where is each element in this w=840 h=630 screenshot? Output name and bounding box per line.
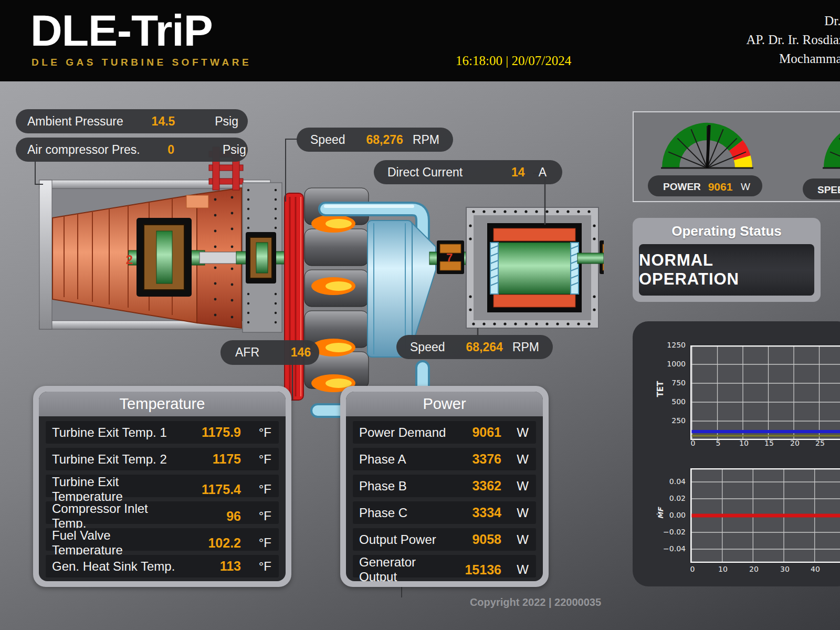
credit-line: AP. Dr. Ir. Rosdiazl — [747, 30, 840, 49]
credit-line: Mochammad — [747, 49, 840, 68]
gauge-label: POWER — [663, 181, 701, 192]
app-logo-subtitle: DLE GAS TURBINE SOFTWARE — [32, 57, 251, 68]
row-label: Phase B — [359, 479, 449, 494]
row-value: 15136 — [449, 562, 501, 578]
sensor-unit: Psig — [202, 143, 246, 157]
x-tick: 15 — [758, 439, 781, 447]
row-unit: °F — [241, 559, 271, 574]
row-value: 3362 — [449, 478, 501, 494]
connector-line — [285, 139, 286, 202]
gauge-label: SPEED — [817, 184, 840, 195]
gauge-unit: W — [741, 181, 750, 192]
x-tick: 10 — [711, 565, 734, 573]
table-row: Fuel Valve Temperature 102.2 °F — [46, 528, 279, 551]
table-row: Compressor Inlet Temp. 96 °F — [46, 501, 279, 524]
direct-current-readout: Direct Current 14 A — [374, 160, 562, 184]
row-unit: W — [501, 479, 529, 494]
row-unit: °F — [241, 425, 271, 440]
row-label: Output Power — [359, 532, 449, 547]
connector-line — [285, 139, 298, 140]
tet-plot — [690, 345, 840, 440]
row-label: Compressor Inlet Temp. — [52, 501, 183, 531]
panel-title: Operating Status — [633, 223, 821, 239]
row-unit: °F — [241, 536, 271, 550]
row-label: Power Demand — [359, 425, 449, 440]
x-tick: 40 — [804, 565, 827, 573]
app-logo: DLE-TriP — [30, 5, 213, 56]
row-label: Generator Output — [359, 555, 449, 581]
sensor-unit: RPM — [512, 340, 539, 354]
ambient-pressure-readout: Ambient Pressure 14.5 Psig — [16, 109, 248, 133]
row-unit: °F — [241, 452, 271, 467]
connector-line — [35, 184, 43, 185]
speed-gauge: SPEED — [803, 126, 840, 200]
sensor-value: 68,276 — [366, 133, 403, 147]
y-tick: 750 — [656, 379, 686, 387]
sensor-label: Direct Current — [387, 165, 498, 180]
row-unit: W — [501, 425, 529, 440]
status-box: NORMAL OPERATION — [639, 244, 814, 296]
row-value: 1175 — [183, 452, 241, 467]
y-tick: 1250 — [656, 341, 686, 349]
table-row: Turbine Exit Temperature 1175.4 °F — [46, 475, 279, 497]
air-compressor-pressure-readout: Air compressor Pres. 0 Psig — [16, 138, 248, 162]
row-label: Turbine Exit Temp. 2 — [52, 452, 183, 467]
table-row: Turbine Exit Temp. 1 1175.9 °F — [46, 421, 279, 444]
sensor-label: Ambient Pressure — [27, 114, 132, 129]
y-tick: 500 — [656, 397, 686, 406]
generator: 7 8 — [429, 207, 604, 328]
y-tick: 0.04 — [656, 477, 686, 486]
table-row: Output Power 9058 W — [353, 528, 536, 551]
credit-line: Dr. I — [747, 12, 840, 30]
x-tick: 10 — [732, 439, 755, 447]
sensor-label: Speed — [410, 340, 457, 354]
sensor-label: Speed — [310, 133, 357, 147]
row-unit: °F — [241, 509, 271, 523]
power-panel: Power Power Demand 9061 W Phase A 3376 W… — [340, 386, 549, 587]
sensor-label: Air compressor Pres. — [27, 143, 140, 157]
mf-plot — [690, 468, 840, 563]
gauge-panel: POWER 9061 W SPEED — [633, 111, 840, 202]
row-label: Gen. Heat Sink Temp. — [52, 559, 183, 574]
temperature-panel: Temperature Turbine Exit Temp. 1 1175.9 … — [33, 386, 291, 587]
table-row: Phase A 3376 W — [353, 448, 536, 470]
table-row: Phase C 3334 W — [353, 501, 536, 524]
gauges: POWER 9061 W SPEED — [634, 112, 840, 201]
row-label: Fuel Valve Temperature — [52, 528, 183, 558]
power-gauge: POWER 9061 W — [648, 125, 762, 196]
row-value: 9061 — [449, 425, 501, 440]
x-tick: 30 — [773, 565, 796, 573]
sensor-value: 14 — [511, 165, 525, 180]
bearing-label: 7 — [446, 251, 453, 264]
clock-datetime: 16:18:00 | 20/07/2024 — [456, 54, 571, 68]
sensor-value: 0 — [140, 143, 202, 157]
combustor-flange — [285, 193, 303, 400]
sensor-unit: RPM — [413, 133, 439, 147]
gauge-value: 9061 — [708, 181, 733, 193]
generator-speed-readout: Speed 68,264 RPM — [396, 335, 553, 359]
sensor-value: 68,264 — [466, 340, 503, 354]
y-tick: −0.02 — [656, 528, 686, 536]
panel-title: Power — [346, 392, 543, 416]
row-unit: W — [501, 532, 529, 547]
credits-block: Dr. I AP. Dr. Ir. Rosdiazl Mochammad — [747, 12, 840, 68]
trend-charts-panel: TET 1250 1000 750 500 250 0 5 10 15 20 2… — [633, 321, 840, 586]
turbine-speed-readout: Speed 68,276 RPM — [297, 128, 453, 152]
row-value: 96 — [183, 509, 241, 524]
y-tick: 0.00 — [656, 511, 686, 519]
row-label: Turbine Exit Temperature — [52, 475, 183, 504]
sensor-value: 146 — [291, 345, 319, 360]
connector-line — [35, 161, 36, 185]
row-unit: W — [501, 506, 529, 520]
row-value: 1175.9 — [183, 425, 241, 440]
afr-readout: AFR 146 — [220, 340, 319, 365]
sensor-unit: A — [539, 165, 547, 180]
x-tick: 5 — [707, 439, 730, 447]
header-bar: DLE-TriP DLE GAS TURBINE SOFTWARE 16:18:… — [0, 0, 840, 81]
row-unit: W — [501, 452, 529, 467]
sensor-value: 14.5 — [132, 114, 194, 129]
row-unit: °F — [241, 482, 271, 497]
panel-title: Temperature — [39, 392, 286, 416]
row-value: 113 — [183, 559, 241, 574]
y-tick: 1000 — [656, 360, 686, 368]
